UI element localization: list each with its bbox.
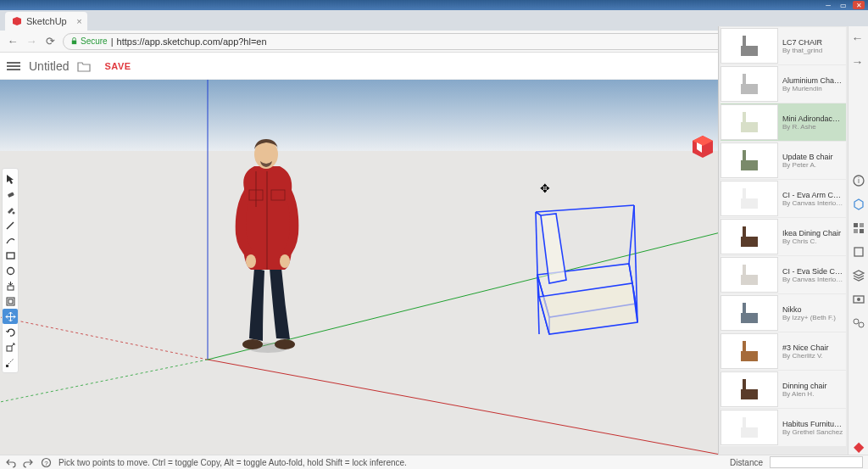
warehouse-item-author: By Alen H.	[782, 390, 843, 398]
move-cursor-icon: ✥	[540, 181, 550, 195]
reload-button[interactable]: ⟳	[44, 36, 56, 47]
tool-pushpull[interactable]	[3, 278, 18, 293]
warehouse-item[interactable]: CI - Eva Arm Chai...By Canvas Interiors …	[721, 180, 846, 217]
components-panel-icon[interactable]	[852, 198, 865, 211]
svg-rect-47	[743, 188, 746, 200]
warehouse-item-name: #3 Nice Chair	[782, 343, 843, 352]
warehouse-thumb	[721, 295, 778, 331]
url-input[interactable]: Secure | https://app.sketchup.com/app?hl…	[63, 33, 758, 50]
redo-button[interactable]	[23, 457, 34, 468]
svg-rect-33	[8, 286, 14, 290]
right-tray-rail: ← → i ◆	[848, 26, 868, 455]
distance-label: Distance	[730, 458, 763, 467]
forward-button[interactable]: →	[25, 36, 37, 47]
tool-scale[interactable]	[3, 339, 18, 355]
tool-line[interactable]	[3, 217, 18, 232]
forward-arrow-icon[interactable]: →	[852, 55, 865, 69]
warehouse-item-name: Update B chair	[782, 153, 843, 161]
tool-tape[interactable]	[3, 355, 18, 370]
svg-point-68	[857, 298, 860, 301]
svg-rect-1	[72, 41, 76, 45]
sketchup-logo-icon	[690, 134, 715, 159]
tool-offset[interactable]	[3, 293, 18, 309]
warehouse-item-author: By R. Ashe	[782, 123, 843, 131]
tab-close-icon[interactable]: ×	[76, 16, 81, 26]
save-button[interactable]: SAVE	[99, 59, 136, 74]
warehouse-item[interactable]: CI - Eva Side Chai...By Canvas Interiors…	[721, 256, 846, 293]
warehouse-item-name: Habitus Furniture...	[782, 420, 843, 428]
human-figure[interactable]	[236, 139, 299, 353]
svg-marker-10	[541, 214, 566, 283]
svg-point-69	[854, 319, 859, 324]
svg-point-32	[7, 267, 14, 274]
styles-panel-icon[interactable]	[852, 245, 865, 259]
layers-panel-icon[interactable]	[852, 269, 865, 282]
warehouse-panel: LC7 CHAIRBy that_grindAluminium Chair ..…	[718, 26, 848, 455]
scenes-panel-icon[interactable]	[852, 293, 865, 306]
tool-eraser[interactable]	[3, 187, 18, 202]
warehouse-item-name: Nikko	[782, 305, 843, 314]
materials-panel-icon[interactable]	[852, 221, 865, 235]
window-close-button[interactable]: ✕	[853, 1, 865, 9]
help-button[interactable]: ?	[41, 457, 52, 468]
display-panel-icon[interactable]	[852, 316, 865, 330]
tool-paint[interactable]	[3, 202, 18, 217]
svg-rect-49	[743, 226, 746, 238]
svg-line-15	[629, 205, 634, 264]
status-bar: ? Pick two points to move. Ctrl = toggle…	[0, 455, 868, 469]
sketchup-brand-icon: ◆	[854, 438, 864, 455]
warehouse-thumb	[721, 104, 778, 140]
svg-rect-36	[7, 346, 12, 351]
svg-rect-57	[743, 379, 746, 391]
warehouse-item[interactable]: Update B chairBy Peter A.	[721, 142, 846, 179]
warehouse-item[interactable]: Ikea Dining ChairBy Chris C.	[721, 218, 846, 255]
warehouse-item-name: Mini Adirondack-...	[782, 114, 843, 123]
warehouse-item[interactable]: Dinning chairBy Alen H.	[721, 371, 846, 408]
svg-rect-31	[7, 253, 14, 259]
svg-marker-0	[13, 17, 21, 25]
open-folder-button[interactable]	[77, 60, 91, 72]
window-maximize-button[interactable]: ▭	[837, 1, 849, 9]
back-arrow-icon[interactable]: ←	[852, 31, 865, 45]
tool-rotate[interactable]	[3, 324, 18, 339]
warehouse-item[interactable]: NikkoBy Izzy+ (Beth F.)	[721, 294, 846, 332]
window-minimize-button[interactable]: ─	[822, 1, 834, 9]
tool-move[interactable]	[3, 309, 18, 324]
warehouse-item[interactable]: Mini Adirondack-...By R. Ashe	[721, 103, 846, 141]
svg-rect-41	[743, 74, 746, 86]
sketchup-favicon-icon	[12, 16, 22, 26]
svg-rect-55	[743, 341, 746, 353]
tool-circle[interactable]	[3, 263, 18, 278]
chair-model-selected[interactable]	[536, 205, 637, 334]
warehouse-thumb	[721, 257, 778, 293]
svg-point-30	[12, 211, 14, 214]
secure-badge: Secure	[70, 36, 108, 46]
tool-select[interactable]	[3, 171, 18, 187]
url-text: https://app.sketchup.com/app?hl=en	[117, 36, 267, 47]
instructor-panel-icon[interactable]: i	[852, 174, 865, 187]
svg-rect-53	[743, 303, 746, 315]
svg-line-11	[536, 205, 634, 212]
warehouse-item[interactable]: #3 Nice ChairBy Cherlitz V.	[721, 332, 846, 370]
warehouse-item-author: By that_grind	[782, 47, 843, 54]
warehouse-item[interactable]: LC7 CHAIRBy that_grind	[721, 27, 846, 64]
left-toolbar	[2, 168, 19, 373]
tool-arc[interactable]	[3, 232, 18, 248]
warehouse-item[interactable]: Habitus Furniture...By Grethel Sanchez	[721, 409, 846, 446]
warehouse-thumb	[721, 333, 778, 369]
svg-rect-66	[854, 248, 863, 256]
back-button[interactable]: ←	[7, 36, 19, 47]
tool-rectangle[interactable]	[3, 248, 18, 263]
warehouse-item-author: By Murlendin	[782, 85, 843, 92]
svg-rect-51	[743, 265, 746, 276]
warehouse-item-author: By Canvas Interiors - Designer	[782, 199, 843, 207]
warehouse-item[interactable]: Aluminium Chair ...By Murlendin	[721, 65, 846, 103]
warehouse-item-author: By Peter A.	[782, 161, 843, 169]
green-axis-neg	[0, 360, 208, 402]
lock-icon	[70, 37, 78, 45]
svg-rect-63	[860, 223, 864, 227]
browser-tab[interactable]: SketchUp ×	[5, 12, 87, 31]
hamburger-menu-button[interactable]	[7, 62, 20, 70]
undo-button[interactable]	[5, 457, 16, 468]
distance-input[interactable]	[770, 456, 863, 468]
